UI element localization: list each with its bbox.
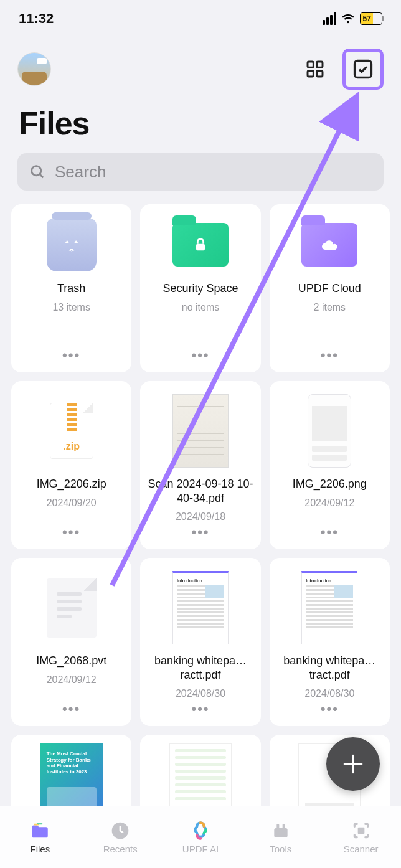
svg-rect-3 bbox=[317, 71, 323, 77]
clock-icon bbox=[109, 820, 131, 841]
more-button[interactable]: ••• bbox=[321, 347, 339, 364]
svg-rect-11 bbox=[37, 823, 43, 825]
more-button[interactable]: ••• bbox=[321, 524, 339, 540]
tile-trash[interactable]: Trash 13 items ••• bbox=[11, 204, 131, 372]
tile-name: Security Space bbox=[160, 281, 240, 296]
file-grid: Trash 13 items ••• Security Space no ite… bbox=[0, 191, 401, 834]
tab-tools[interactable]: Tools bbox=[247, 820, 315, 854]
wifi-icon bbox=[341, 12, 355, 26]
files-icon bbox=[29, 820, 51, 841]
tab-recents[interactable]: Recents bbox=[86, 820, 154, 854]
status-bar: 11:32 57 bbox=[0, 0, 401, 37]
svg-rect-0 bbox=[308, 62, 313, 67]
more-button[interactable]: ••• bbox=[62, 347, 80, 364]
more-button[interactable]: ••• bbox=[321, 701, 339, 717]
tile-file[interactable]: Introduction banking whitepa…ractt.pdf 2… bbox=[140, 558, 260, 726]
pdf-heading: Introduction bbox=[306, 578, 353, 583]
plus-icon bbox=[341, 752, 366, 776]
checkbox-icon bbox=[352, 58, 374, 80]
svg-point-5 bbox=[32, 166, 41, 176]
more-button[interactable]: ••• bbox=[62, 524, 80, 540]
tab-bar: Files Recents UPDF AI Tools bbox=[0, 806, 401, 868]
search-icon bbox=[29, 163, 46, 181]
tile-subtitle: 2024/09/18 bbox=[176, 511, 225, 522]
zip-extension-label: .zip bbox=[63, 441, 80, 452]
tile-subtitle: 13 items bbox=[52, 302, 90, 313]
tab-label: Recents bbox=[103, 844, 138, 854]
tile-name: IMG_2206.png bbox=[290, 477, 369, 491]
svg-rect-2 bbox=[308, 71, 313, 77]
grid-view-button[interactable] bbox=[301, 55, 329, 83]
svg-rect-16 bbox=[357, 828, 364, 834]
tab-updf-ai[interactable]: UPDF AI bbox=[166, 820, 235, 854]
svg-rect-13 bbox=[274, 828, 287, 837]
tile-name: IMG_2068.pvt bbox=[34, 654, 109, 668]
add-button[interactable] bbox=[326, 737, 380, 791]
svg-rect-15 bbox=[282, 824, 285, 828]
tile-name: Scan 2024-09-18 10-40-34.pdf bbox=[145, 477, 255, 505]
tile-file[interactable]: Introduction banking whitepa…tract.pdf 2… bbox=[270, 558, 390, 726]
pdf-thumbnail: Introduction bbox=[172, 570, 229, 645]
grid-icon bbox=[305, 59, 325, 79]
tile-updf-cloud[interactable]: UPDF Cloud 2 items ••• bbox=[270, 204, 390, 372]
document-icon bbox=[44, 570, 100, 645]
tile-name: banking whitepa…tract.pdf bbox=[275, 654, 385, 682]
battery-indicator: 57 bbox=[360, 12, 382, 25]
tile-subtitle: no items bbox=[182, 302, 219, 313]
folder-cloud-icon bbox=[301, 217, 357, 273]
tile-name: banking whitepa…ractt.pdf bbox=[145, 654, 255, 682]
page-header: Files bbox=[0, 37, 401, 191]
tools-icon bbox=[270, 820, 292, 841]
pdf-heading: Introduction bbox=[177, 578, 224, 583]
page-title: Files bbox=[19, 105, 384, 142]
tile-file[interactable]: IMG_2068.pvt 2024/09/12 ••• bbox=[11, 558, 131, 726]
scan-thumbnail bbox=[172, 394, 229, 468]
svg-rect-7 bbox=[196, 244, 205, 251]
avatar[interactable] bbox=[17, 52, 51, 86]
tile-name: IMG_2206.zip bbox=[34, 477, 109, 491]
tab-files[interactable]: Files bbox=[6, 820, 74, 854]
select-mode-button[interactable] bbox=[342, 49, 384, 90]
tile-name: Trash bbox=[55, 281, 88, 296]
tab-scanner[interactable]: Scanner bbox=[327, 820, 395, 854]
tile-file[interactable]: IMG_2206.png 2024/09/12 ••• bbox=[270, 381, 390, 549]
tile-file[interactable]: .zip IMG_2206.zip 2024/09/20 ••• bbox=[11, 381, 131, 549]
tab-label: Tools bbox=[270, 844, 291, 854]
cover-title: The Most Crucial Strategy for Banks and … bbox=[47, 751, 97, 775]
battery-percent: 57 bbox=[361, 13, 373, 24]
svg-rect-14 bbox=[276, 824, 279, 828]
tile-subtitle: 2024/08/30 bbox=[176, 688, 225, 699]
status-time: 11:32 bbox=[19, 11, 54, 27]
search-bar[interactable] bbox=[17, 153, 384, 191]
tile-name: UPDF Cloud bbox=[296, 281, 364, 296]
status-indicators: 57 bbox=[323, 12, 382, 26]
tab-label: Files bbox=[31, 844, 50, 854]
tab-label: UPDF AI bbox=[182, 844, 219, 854]
zip-file-icon: .zip bbox=[44, 394, 100, 468]
folder-secure-icon bbox=[172, 217, 229, 273]
image-thumbnail bbox=[301, 394, 357, 468]
trash-icon bbox=[44, 217, 100, 273]
svg-rect-1 bbox=[317, 62, 323, 67]
ai-icon bbox=[189, 820, 212, 841]
scanner-icon bbox=[350, 820, 372, 841]
pdf-thumbnail: Introduction bbox=[301, 570, 357, 645]
cellular-signal-icon bbox=[323, 12, 336, 25]
search-input[interactable] bbox=[55, 163, 372, 182]
tile-subtitle: 2024/09/12 bbox=[304, 498, 354, 509]
svg-line-6 bbox=[40, 174, 44, 178]
tile-file[interactable]: Scan 2024-09-18 10-40-34.pdf 2024/09/18 … bbox=[140, 381, 260, 549]
tile-subtitle: 2024/09/12 bbox=[47, 674, 97, 686]
more-button[interactable]: ••• bbox=[191, 701, 209, 717]
tile-subtitle: 2 items bbox=[314, 302, 346, 313]
more-button[interactable]: ••• bbox=[191, 524, 209, 540]
tile-subtitle: 2024/08/30 bbox=[304, 688, 354, 699]
more-button[interactable]: ••• bbox=[191, 347, 209, 364]
more-button[interactable]: ••• bbox=[62, 701, 80, 717]
tile-security-space[interactable]: Security Space no items ••• bbox=[140, 204, 260, 372]
tile-subtitle: 2024/09/20 bbox=[47, 498, 97, 509]
tab-label: Scanner bbox=[344, 844, 379, 854]
